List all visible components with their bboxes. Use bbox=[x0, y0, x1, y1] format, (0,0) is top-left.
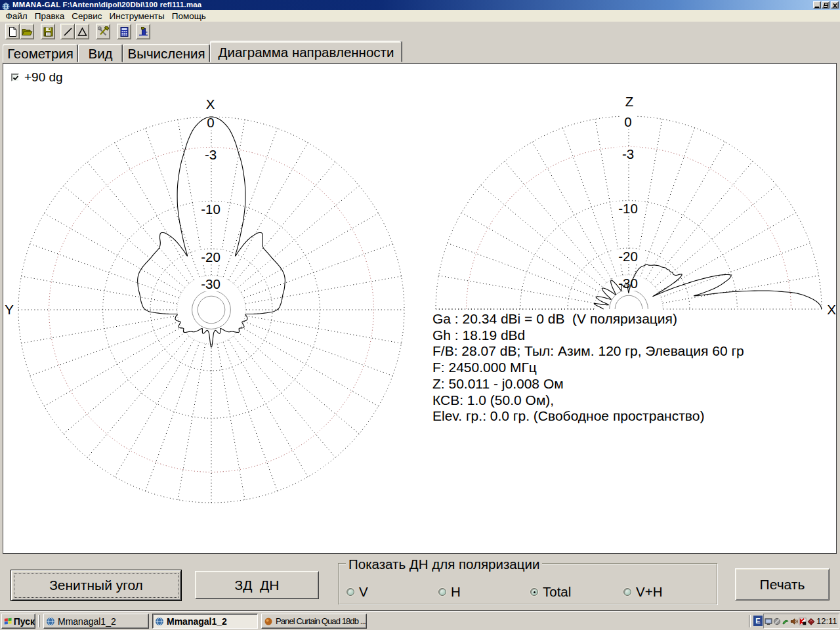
toolbar bbox=[0, 22, 840, 39]
polarization-caption: Показать ДН для поляризации bbox=[346, 556, 542, 572]
tab-view[interactable]: Вид bbox=[78, 44, 123, 62]
result-swr: КСВ: 1.0 (50.0 Ом), bbox=[432, 392, 744, 409]
task-label: Mmanagal1_2 bbox=[58, 616, 116, 627]
radio-total-circle bbox=[530, 588, 538, 596]
window-controls bbox=[812, 1, 839, 9]
open-folder-icon bbox=[22, 26, 33, 37]
start-label: Пуск bbox=[14, 616, 35, 627]
tray-volume-icon[interactable] bbox=[790, 618, 798, 625]
menu-service[interactable]: Сервис bbox=[68, 10, 106, 22]
result-gain: Ga : 20.34 dBi = 0 dB (V поляризация) bbox=[432, 311, 744, 327]
new-file-button[interactable] bbox=[5, 24, 20, 39]
results-text: Ga : 20.34 dBi = 0 dB (V поляризация) Gh… bbox=[432, 311, 744, 425]
mmana-task-icon bbox=[155, 617, 164, 626]
menu-file[interactable]: Файл bbox=[2, 10, 31, 22]
menu-bar: Файл Правка Сервис Инструменты Помощь bbox=[0, 10, 840, 22]
save-icon bbox=[43, 26, 54, 37]
tools-button[interactable] bbox=[96, 24, 110, 39]
radio-vh-circle bbox=[623, 588, 631, 596]
minimize-icon bbox=[814, 2, 822, 9]
taskbar: Пуск Mmanagal1_2 Mmanagal1_2 Panel Curta… bbox=[0, 610, 840, 630]
task-panel-curtain[interactable]: Panel Curtain Quad 18db ... bbox=[261, 614, 367, 629]
svg-text:-10: -10 bbox=[201, 201, 220, 217]
close-icon bbox=[831, 2, 839, 9]
task-label: Panel Curtain Quad 18db ... bbox=[276, 616, 366, 626]
radio-total-label: Total bbox=[543, 584, 571, 600]
calculate-button[interactable] bbox=[117, 24, 131, 39]
tray-shield-icon[interactable] bbox=[773, 618, 781, 625]
result-freq: F: 2450.000 МГц bbox=[432, 360, 744, 376]
svg-text:X: X bbox=[827, 302, 836, 317]
tab-pattern[interactable]: Диаграмма направленности bbox=[210, 41, 402, 62]
svg-text:-3: -3 bbox=[622, 146, 634, 161]
tab-geometry[interactable]: Геометрия bbox=[3, 44, 78, 62]
panel-curtain-task-icon bbox=[264, 617, 273, 626]
menu-tools[interactable]: Инструменты bbox=[106, 10, 168, 22]
radio-h[interactable]: H bbox=[438, 584, 461, 600]
polarization-groupbox: Показать ДН для поляризации V H Total V+… bbox=[338, 563, 717, 604]
open-file-button[interactable] bbox=[20, 24, 34, 39]
result-fb: F/B: 28.07 dB; Тыл: Азим. 120 гр, Элевац… bbox=[432, 343, 744, 360]
mmana-window: MMANA-GAL F:\Antenn\dipol\20Dbi\100 refl… bbox=[0, 0, 840, 610]
radio-total[interactable]: Total bbox=[530, 584, 571, 600]
tray-diamond-icon[interactable] bbox=[807, 618, 815, 625]
svg-text:0: 0 bbox=[624, 114, 631, 129]
windows-logo-icon bbox=[4, 616, 12, 626]
svg-text:-30: -30 bbox=[201, 276, 220, 291]
zenith-angle-button[interactable]: Зенитный угол bbox=[11, 570, 181, 600]
radio-vh[interactable]: V+H bbox=[623, 584, 662, 600]
task-label: Mmanagal1_2 bbox=[167, 616, 227, 627]
svg-text:X: X bbox=[206, 96, 215, 112]
plus90-checkbox[interactable] bbox=[11, 74, 19, 81]
radiation-pattern-chart: 0-3-10-20-30XY0-3-10-20-30ZX bbox=[3, 64, 836, 553]
close-button[interactable] bbox=[831, 1, 839, 9]
draw-line-button[interactable] bbox=[60, 24, 75, 39]
task-mmanagal-1[interactable]: Mmanagal1_2 bbox=[43, 614, 149, 629]
draw-triangle-button[interactable] bbox=[75, 24, 89, 39]
tray-display-icon[interactable] bbox=[765, 618, 772, 625]
radio-vh-label: V+H bbox=[636, 584, 662, 600]
restore-button[interactable] bbox=[822, 1, 830, 9]
task-mmanagal-2[interactable]: Mmanagal1_2 bbox=[152, 614, 258, 629]
print-button[interactable]: Печать bbox=[735, 568, 830, 600]
restore-icon bbox=[822, 2, 830, 9]
save-button[interactable] bbox=[41, 24, 55, 39]
tab-calculations[interactable]: Вычисления bbox=[123, 44, 210, 62]
new-file-icon bbox=[7, 26, 18, 37]
radio-v-label: V bbox=[359, 584, 368, 600]
result-impedance: Z: 50.011 - j0.008 Ом bbox=[432, 376, 744, 392]
three-d-pattern-button[interactable]: ЗД ДН bbox=[195, 571, 319, 599]
plot-elevation: 0-3-10-20-30ZX bbox=[436, 94, 836, 317]
mmana-task-icon bbox=[46, 617, 55, 626]
wrench-hammer-icon bbox=[98, 26, 109, 37]
pattern-chart-icon bbox=[138, 26, 149, 37]
line-icon bbox=[62, 26, 74, 37]
result-gh: Gh : 18.19 dBd bbox=[432, 327, 744, 344]
zenith-angle-button-frame: Зенитный угол bbox=[10, 570, 182, 601]
pattern-chart-button[interactable] bbox=[136, 24, 150, 39]
radio-v-circle bbox=[346, 588, 354, 596]
triangle-icon bbox=[77, 26, 88, 37]
title-bar: MMANA-GAL F:\Antenn\dipol\20Dbi\100 refl… bbox=[0, 0, 840, 10]
start-button[interactable]: Пуск bbox=[1, 614, 35, 629]
svg-text:-20: -20 bbox=[618, 249, 638, 264]
radio-h-label: H bbox=[451, 584, 461, 600]
language-indicator[interactable]: E bbox=[753, 616, 763, 626]
calculator-icon bbox=[119, 26, 130, 37]
minimize-button[interactable] bbox=[813, 1, 821, 9]
svg-text:-3: -3 bbox=[205, 147, 217, 162]
svg-text:-10: -10 bbox=[618, 201, 638, 216]
tray-antivirus-icon[interactable] bbox=[799, 618, 807, 625]
plot-azimuth: 0-3-10-20-30XY bbox=[5, 96, 404, 503]
tray-separator bbox=[749, 615, 751, 627]
radio-v[interactable]: V bbox=[346, 584, 368, 600]
plus90-checkbox-row: +90 dg bbox=[11, 70, 63, 85]
menu-help[interactable]: Помощь bbox=[168, 10, 209, 22]
svg-text:-20: -20 bbox=[201, 249, 220, 264]
tray-clock: 12:11 bbox=[816, 616, 837, 626]
plus90-checkbox-label: +90 dg bbox=[24, 70, 63, 85]
tab-strip: Геометрия Вид Вычисления Диаграмма напра… bbox=[0, 39, 840, 62]
menu-edit[interactable]: Правка bbox=[31, 10, 68, 22]
system-tray: 12:11 bbox=[763, 614, 839, 629]
tray-green-icon[interactable] bbox=[782, 618, 789, 625]
